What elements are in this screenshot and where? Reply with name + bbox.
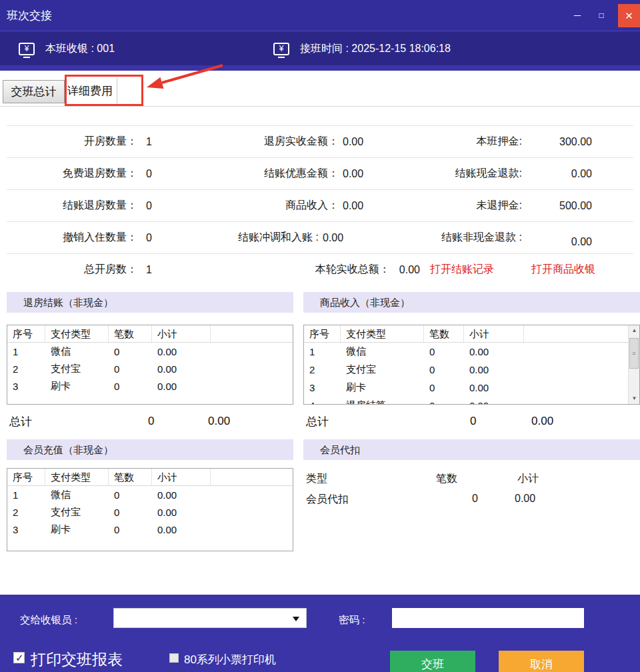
cell: 微信	[45, 345, 109, 358]
total-count: 0	[470, 415, 531, 428]
column-header: 类型	[303, 472, 436, 486]
cell: 0.00	[152, 346, 211, 357]
annotation-arrow-icon	[137, 61, 227, 95]
table-row[interactable]: 3刷卡00.00	[7, 377, 293, 395]
table-row[interactable]: 3刷卡00.00	[304, 379, 629, 397]
stat-value: 0.00	[343, 200, 363, 212]
cashier-select[interactable]	[113, 608, 307, 628]
stat-label: 本班押金:	[477, 135, 522, 149]
cell: 0	[424, 346, 464, 357]
cell: 0	[436, 493, 511, 507]
table-row[interactable]: 3刷卡00.00	[7, 521, 293, 538]
goods-table: 序号 支付类型 笔数 小计 1微信00.00 2支付宝00.00 3刷卡00.0…	[303, 325, 640, 405]
column-header: 序号	[7, 325, 45, 342]
cell: 0	[109, 507, 152, 518]
stats-row: 撤销入住数量：0 结账冲调和入账 :0.00 结账非现金退款 :0.00	[7, 221, 633, 253]
cell: 1	[7, 489, 45, 501]
cell: 微信	[45, 489, 109, 501]
print-report-label: 打印交班报表	[31, 649, 123, 670]
cell: 1	[7, 346, 45, 357]
minimize-button[interactable]: ─	[565, 0, 589, 31]
total-label: 总计	[303, 414, 470, 429]
cell: 4	[304, 400, 341, 405]
cell: 刷卡	[45, 380, 109, 393]
cell: 0	[109, 489, 152, 501]
column-header: 笔数	[109, 469, 152, 485]
table-row[interactable]: 1微信00.00	[7, 486, 293, 503]
cell: 0.00	[152, 363, 211, 375]
scroll-up-icon[interactable]: ▲	[629, 325, 640, 336]
table-header-row: 序号 支付类型 笔数 小计	[7, 469, 293, 486]
total-amount: 0.00	[531, 415, 553, 428]
column-header: 小计	[511, 472, 539, 486]
stat-value: 0	[146, 232, 152, 244]
column-header: 笔数	[109, 325, 152, 342]
open-checkout-records-link[interactable]: 打开结账记录	[430, 263, 494, 277]
cell: 3	[304, 382, 341, 393]
goods-totals-row: 总计 0 0.00	[303, 413, 640, 430]
cell: 0	[424, 400, 464, 405]
annotation-highlight-box	[65, 75, 143, 106]
stat-value: 1	[146, 264, 152, 276]
table-row[interactable]: 2支付宝00.00	[7, 503, 293, 521]
maximize-button[interactable]: □	[589, 0, 613, 31]
table-row[interactable]: 2支付宝00.00	[304, 361, 629, 379]
column-header	[524, 325, 629, 342]
password-label: 密码 :	[339, 613, 365, 627]
column-header: 小计	[152, 469, 211, 485]
table-header-row: 序号 支付类型 笔数 小计	[7, 325, 293, 343]
cell: 支付宝	[45, 363, 109, 375]
stat-label: 结账冲调和入账 :	[193, 231, 319, 245]
window-title: 班次交接	[7, 8, 52, 23]
scroll-down-icon[interactable]: ▼	[629, 393, 640, 404]
table-row[interactable]: 1微信00.00	[7, 343, 293, 360]
table-row[interactable]: 1微信00.00	[304, 343, 629, 361]
stat-value: 1	[146, 136, 152, 148]
open-goods-cashier-link[interactable]: 打开商品收银	[531, 263, 595, 277]
cell: 2	[304, 364, 341, 375]
cell: 1	[304, 346, 341, 357]
stat-value: 0.00	[522, 236, 592, 248]
stat-label: 结账现金退款:	[455, 167, 522, 181]
scrollbar-thumb[interactable]: ≡	[629, 338, 639, 369]
column-header: 支付类型	[45, 325, 109, 342]
stat-label: 未退押金:	[477, 199, 522, 213]
cell: 0.00	[152, 524, 211, 535]
column-header	[211, 469, 293, 485]
submit-shift-button[interactable]: 交班	[390, 651, 475, 672]
stat-value: 0.00	[399, 264, 420, 276]
cell: 3	[7, 381, 45, 392]
stat-label: 总开房数：	[7, 263, 137, 277]
stat-value: 300.00	[522, 136, 592, 148]
cell: 0.00	[152, 489, 211, 501]
section-title-checkout: 退房结账（非现金）	[7, 292, 293, 313]
cash-register-icon	[19, 43, 35, 55]
stat-label: 开房数量：	[7, 135, 137, 149]
column-header: 支付类型	[45, 469, 109, 485]
print-report-checkbox[interactable]	[13, 652, 25, 663]
password-input[interactable]	[392, 608, 584, 628]
cell: 0	[424, 382, 464, 393]
stat-label: 免费退房数量：	[7, 167, 137, 181]
table-row[interactable]: 2支付宝00.00	[7, 360, 293, 377]
stat-value: 0.00	[343, 168, 363, 180]
cell: 0.00	[152, 507, 211, 518]
cell: 0	[109, 363, 152, 375]
deduction-header-row: 类型 笔数 小计	[303, 472, 539, 486]
printer-80-label: 80系列小票打印机	[184, 652, 276, 667]
chevron-down-icon	[293, 617, 299, 621]
cancel-button[interactable]: 取消	[499, 651, 584, 672]
vertical-scrollbar[interactable]: ▲ ≡ ▼	[628, 325, 639, 404]
column-header	[211, 325, 293, 342]
column-header: 笔数	[424, 325, 464, 342]
table-header-row: 序号 支付类型 笔数 小计	[304, 325, 629, 343]
printer-80-checkbox[interactable]	[169, 653, 179, 663]
column-header: 笔数	[436, 472, 511, 486]
close-button[interactable]: ✕	[618, 4, 640, 27]
stat-label: 结账退房数量：	[7, 199, 137, 213]
recharge-table: 序号 支付类型 笔数 小计 1微信00.00 2支付宝00.00 3刷卡00.0…	[7, 468, 293, 551]
cell: 2	[7, 507, 45, 518]
tab-shift-summary[interactable]: 交班总计	[3, 80, 65, 103]
takeover-time-label: 接班时间 : 2025-12-15 18:06:18	[300, 42, 451, 56]
table-row[interactable]: 4退房结算00.00	[304, 397, 629, 405]
